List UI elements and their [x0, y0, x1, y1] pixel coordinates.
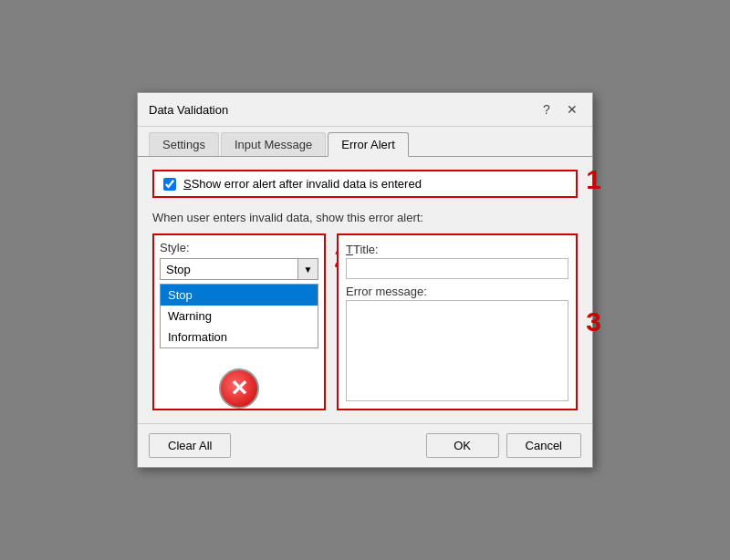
tab-input-message[interactable]: Input Message	[221, 132, 326, 156]
main-area: Style: Stop ▼ Stop Warning Information 2	[152, 233, 578, 410]
style-label: Style:	[160, 241, 318, 254]
dialog-title: Data Validation	[149, 103, 228, 117]
style-dropdown-arrow[interactable]: ▼	[297, 259, 318, 279]
dialog-content: SShow error alert after invalid data is …	[138, 157, 592, 423]
right-panel: TTitle: Error message: 3	[337, 233, 578, 410]
show-error-row: SShow error alert after invalid data is …	[152, 170, 578, 198]
tab-error-alert[interactable]: Error Alert	[328, 132, 409, 157]
footer-right: OK Cancel	[426, 433, 581, 458]
title-field-group: TTitle:	[346, 243, 568, 279]
style-select-value: Stop	[161, 260, 297, 279]
clear-all-button[interactable]: Clear All	[149, 433, 231, 458]
error-icon-row: ✕	[154, 368, 324, 409]
error-message-textarea[interactable]	[346, 300, 568, 401]
ok-button[interactable]: OK	[426, 433, 499, 458]
error-message-label: Error message:	[346, 285, 568, 298]
tabs-bar: Settings Input Message Error Alert	[138, 127, 592, 157]
style-dropdown-list: Stop Warning Information	[160, 284, 318, 348]
error-message-group: Error message:	[346, 285, 568, 401]
dropdown-item-warning[interactable]: Warning	[161, 306, 318, 327]
footer-left: Clear All	[149, 433, 231, 458]
error-icon: ✕	[219, 368, 259, 409]
footer: Clear All OK Cancel	[138, 423, 592, 467]
title-bar: Data Validation ? ✕	[138, 93, 592, 127]
close-button[interactable]: ✕	[563, 100, 581, 119]
title-field-label: TTitle:	[346, 243, 568, 256]
left-panel-inner: Style: Stop ▼ Stop Warning Information	[154, 235, 324, 354]
show-error-label: SShow error alert after invalid data is …	[183, 177, 422, 191]
title-bar-buttons: ? ✕	[537, 100, 581, 119]
show-error-checkbox[interactable]	[163, 178, 176, 191]
description-text: When user enters invalid data, show this…	[152, 211, 578, 224]
annotation-3: 3	[586, 306, 601, 337]
left-panel: Style: Stop ▼ Stop Warning Information 2	[152, 233, 326, 410]
dropdown-item-information[interactable]: Information	[161, 327, 318, 347]
help-button[interactable]: ?	[537, 100, 556, 119]
style-select-row[interactable]: Stop ▼	[160, 258, 318, 280]
data-validation-dialog: Data Validation ? ✕ Settings Input Messa…	[137, 92, 593, 468]
tab-settings[interactable]: Settings	[149, 132, 219, 156]
dropdown-item-stop[interactable]: Stop	[161, 285, 318, 306]
cancel-button[interactable]: Cancel	[506, 433, 581, 458]
title-input[interactable]	[346, 258, 568, 279]
annotation-1: 1	[586, 164, 601, 195]
